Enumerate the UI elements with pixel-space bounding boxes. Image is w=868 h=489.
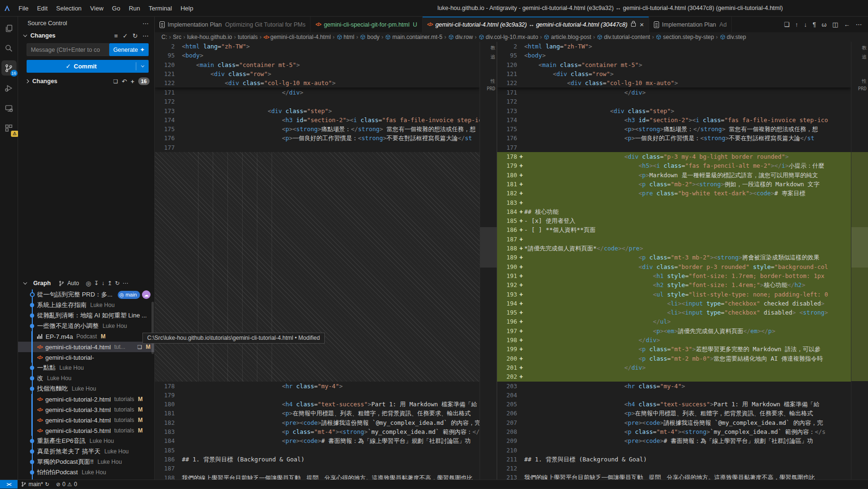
extensions-icon[interactable]: ⚠ (1, 120, 17, 135)
code-line[interactable]: 194+ <li><input type="checkbox" checked … (497, 299, 851, 308)
changes-tree-item[interactable]: Changes ❏ ↶ + 16 (18, 76, 154, 87)
minimap-slider[interactable] (851, 227, 868, 268)
code-line[interactable]: 183+ (497, 198, 851, 207)
code-line[interactable]: 187+ (497, 235, 851, 244)
sticky-code-line[interactable]: 2<html lang="zh-TW"> (155, 42, 480, 51)
remote-indicator[interactable]: >< (0, 480, 18, 489)
code-line[interactable]: 179 (155, 391, 480, 400)
code-line[interactable]: 210 (497, 446, 851, 455)
code-line[interactable]: 182 <pre><code>請根據我這份簡報 `@my_complex_ide… (155, 418, 480, 427)
code-line[interactable]: 180 <h4 class="text-success">Part 1: 用 M… (155, 400, 480, 409)
next-change-icon[interactable]: ↓ (802, 19, 810, 29)
open-file-icon[interactable]: ❏ (113, 78, 118, 85)
code-line[interactable]: 186+- [ ] **個人資料**頁面 (497, 225, 851, 234)
graph-commit-row[interactable]: 從一句話到完整 PRD：多...◎main☁ (18, 289, 154, 300)
breadcrumb-item[interactable]: section.step-by-step (656, 34, 714, 40)
code-line[interactable]: 180+ <p>Markdown 是一種輕量級的標記式語言，讓您可以用簡單的純文 (497, 171, 851, 180)
menu-go[interactable]: Go (108, 3, 124, 14)
code-line[interactable]: 203 <hr class="my-4"> (497, 382, 851, 391)
code-line[interactable]: 171 </div> (497, 88, 851, 97)
more-actions-icon[interactable]: ⋯ (142, 32, 149, 39)
breadcrumb-item[interactable]: tutorials (238, 34, 258, 40)
code-line[interactable]: 213我們的線上學習平台目前缺乏一個讓學員互動、提問、分享心得的地方。這導致學員… (497, 473, 851, 479)
open-changes-icon[interactable]: ❏ (782, 19, 792, 29)
breadcrumb-item[interactable]: main.container.mt-5 (385, 34, 442, 40)
code-line[interactable]: 181 <p>在簡報中用標題、列表、粗體字，把背景資訊、任務要求、輸出格式 (155, 409, 480, 418)
minimap-modified[interactable]: 教追性PRD (851, 42, 868, 479)
menu-edit[interactable]: Edit (33, 3, 52, 14)
code-line[interactable]: 173 <div class="step"> (155, 106, 480, 115)
code-line[interactable]: 207 <pre><code>請根據我這份簡報 `@my_complex_ide… (497, 418, 851, 427)
code-line[interactable]: 179+ <h5><i class="fas fa-pencil-alt me-… (497, 161, 851, 170)
remote-explorer-icon[interactable] (1, 100, 17, 115)
tab[interactable]: </>gemini-cli-tutorial-4.html (e3c9a32) … (423, 17, 650, 32)
graph-commit-row[interactable]: 怕怕怕PodcastLuke Hou (18, 467, 154, 478)
split-editor-icon[interactable]: ◫ (830, 19, 840, 29)
code-line[interactable]: 187 (155, 464, 480, 473)
menu-terminal[interactable]: Terminal (144, 3, 176, 14)
code-line[interactable]: 178+ <div class="p-3 my-4 bg-light borde… (497, 152, 851, 161)
code-line[interactable]: 192+ <h2 style="font-size: 1.4rem;">核心功能… (497, 280, 851, 289)
breadcrumb-item[interactable]: luke-hou.github.io (187, 34, 232, 40)
graph-commit-row[interactable]: 單獨的Podcast頁面!!Luke Hou (18, 457, 154, 467)
code-line[interactable]: 198+ </div> (497, 336, 851, 345)
code-line[interactable]: 184+## 核心功能 (497, 207, 851, 216)
back-icon[interactable]: ← (841, 19, 852, 29)
tab[interactable]: Implementation PlanAd (649, 17, 732, 32)
source-control-icon[interactable]: 16 (1, 60, 17, 76)
menu-help[interactable]: Help (176, 3, 198, 14)
code-line[interactable]: 188我們的線上學習平台目前缺乏一個讓學員互動、提問、分享心得的地方。這導致學員… (155, 473, 480, 479)
code-line[interactable]: 188+*請優先完成個人資料頁面*</code></pre> (497, 244, 851, 253)
code-line[interactable]: 202+ (497, 372, 851, 381)
graph-commit-row[interactable]: 嘗試加入 AI Podcast 節目Luke Hou (18, 478, 154, 479)
graph-commit-row[interactable]: 從雜亂到清晰：地端 AI 如何重塑 Line ... (18, 310, 154, 321)
code-line[interactable]: 176 <p>一個良好的工作習慣是：<strong>不要在對話框裡寫長篇大論</… (155, 134, 480, 143)
minimap-slider[interactable] (480, 227, 497, 268)
breadcrumb-item[interactable]: html (337, 34, 355, 40)
code-line[interactable]: 174 <h3 id="section-2"><i class="fas fa-… (497, 115, 851, 125)
previous-change-icon[interactable]: ↑ (793, 19, 801, 29)
graph-file-row[interactable]: </>gemini-cli-tutorial- (18, 352, 154, 363)
explorer-icon[interactable] (1, 20, 17, 36)
graph-file-row[interactable]: </>gemini-cli-tutorial-4.htmltut...❏M (18, 342, 154, 352)
code-line[interactable]: 177 (497, 143, 851, 152)
more-actions-icon[interactable]: ⋯ (853, 19, 864, 29)
graph-file-row[interactable]: </>gemini-cli-tutorial-2.htmltutorialsM (18, 394, 154, 404)
commit-all-icon[interactable]: ✓ (123, 32, 128, 39)
code-line[interactable]: 172 (155, 97, 480, 106)
map-icon[interactable]: ω (820, 19, 829, 29)
graph-commit-row[interactable]: 改Luke Hou (18, 373, 154, 384)
code-line[interactable]: 185 (155, 446, 480, 455)
tab[interactable]: Implementation PlanOptimizing Git Tutori… (155, 17, 311, 32)
code-line[interactable]: 201+ </div> (497, 363, 851, 372)
breadcrumb-item[interactable]: body (360, 34, 379, 40)
code-line[interactable]: 199+ <p class="mt-3">若想學習更多完整的 Markdown … (497, 345, 851, 354)
commit-button[interactable]: ✓ Commit (27, 60, 149, 73)
sticky-code-line[interactable]: 122 <div class="col-lg-10 mx-auto"> (155, 78, 480, 87)
stage-all-icon[interactable]: + (131, 78, 134, 85)
code-line[interactable]: 174 <h3 id="section-2"><i class="fas fa-… (155, 115, 480, 125)
target-icon[interactable]: ◎ (86, 280, 91, 287)
tab[interactable]: </>gemini-cli-special-git-for-pm.htmlU (311, 17, 422, 32)
more-actions-icon[interactable]: ⋯ (123, 280, 128, 287)
graph-file-row[interactable]: </>gemini-cli-tutorial-4.htmltutorialsM (18, 415, 154, 425)
scm-more-actions-icon[interactable]: ⋯ (142, 20, 149, 27)
diff-original-pane[interactable]: 171 </div>172173 <div class="step">174 <… (155, 42, 497, 479)
diff-modified-pane[interactable]: 171 </div>172173 <div class="step">174 <… (497, 42, 868, 479)
code-line[interactable]: 183 <p class="mt-4"><strong>`my_complex_… (155, 427, 480, 436)
breadcrumb-item[interactable]: div.step (720, 34, 746, 40)
code-line[interactable]: 200+ <p class="mt-2 mb-0">當您需要結構化地向 AI 傳… (497, 354, 851, 363)
commit-dropdown-button[interactable] (136, 65, 149, 67)
code-line[interactable]: 173 <div class="step"> (497, 106, 851, 115)
code-line[interactable]: 208 <p class="mt-4"><strong>`my_complex_… (497, 427, 851, 436)
breadcrumb-item[interactable]: Src (173, 34, 181, 40)
refresh-icon[interactable]: ↻ (132, 32, 138, 39)
graph-commit-row[interactable]: 真是折煞老夫了 搞半天Luke Hou (18, 446, 154, 457)
graph-auto-label[interactable]: Auto (67, 280, 79, 287)
code-line[interactable]: 191+ <h1 style="font-size: 1.7rem; borde… (497, 271, 851, 280)
breadcrumb-item[interactable]: div.col-lg-10.mx-auto (479, 34, 538, 40)
code-line[interactable]: 197+ <p><em>請優先完成個人資料頁面</em></p> (497, 326, 851, 336)
sticky-code-line[interactable]: 122 <div class="col-lg-10 mx-auto"> (497, 78, 851, 87)
code-line[interactable]: 175 <p><strong>痛點場景：</strong> 當您有一個複雜的想法… (155, 125, 480, 134)
code-line[interactable]: 175 <p><strong>痛點場景：</strong> 當您有一個複雜的想法… (497, 125, 851, 134)
